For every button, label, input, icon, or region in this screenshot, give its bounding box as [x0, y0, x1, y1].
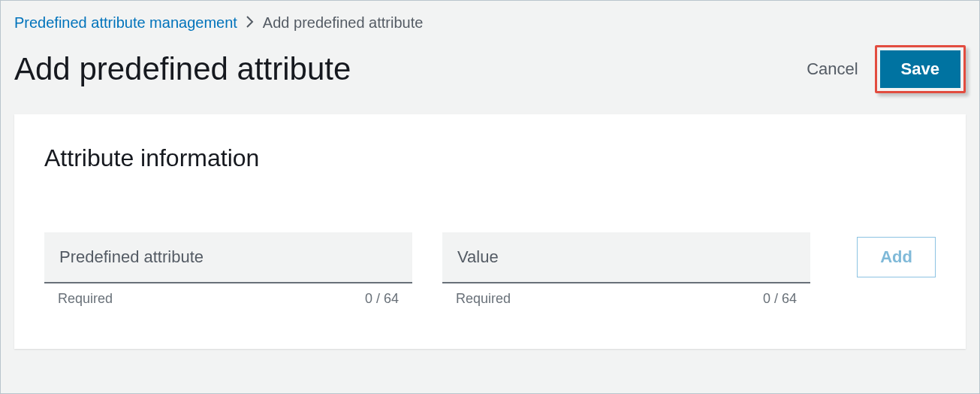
add-button[interactable]: Add — [857, 237, 936, 277]
panel-title: Attribute information — [44, 144, 936, 172]
page-title: Add predefined attribute — [14, 51, 351, 87]
predefined-attribute-field: Required 0 / 64 — [44, 232, 412, 307]
value-input[interactable] — [442, 232, 810, 283]
predefined-attribute-input[interactable] — [44, 232, 412, 283]
predefined-attribute-hint: Required 0 / 64 — [44, 283, 412, 307]
breadcrumb-parent-link[interactable]: Predefined attribute management — [14, 14, 237, 32]
attribute-info-panel: Attribute information Required 0 / 64 Re… — [14, 114, 966, 349]
chevron-right-icon — [246, 14, 254, 32]
required-label: Required — [58, 291, 113, 307]
header-actions: Cancel Save — [804, 45, 966, 93]
required-label: Required — [456, 291, 511, 307]
char-counter: 0 / 64 — [763, 291, 797, 307]
save-button[interactable]: Save — [880, 50, 960, 88]
breadcrumb: Predefined attribute management Add pred… — [14, 14, 966, 32]
field-row: Required 0 / 64 Required 0 / 64 Add — [44, 232, 936, 307]
save-button-highlight: Save — [875, 45, 966, 93]
cancel-button[interactable]: Cancel — [804, 53, 861, 85]
breadcrumb-current: Add predefined attribute — [263, 14, 424, 32]
value-field: Required 0 / 64 — [442, 232, 810, 307]
char-counter: 0 / 64 — [365, 291, 399, 307]
value-hint: Required 0 / 64 — [442, 283, 810, 307]
page-header: Add predefined attribute Cancel Save — [14, 45, 966, 93]
